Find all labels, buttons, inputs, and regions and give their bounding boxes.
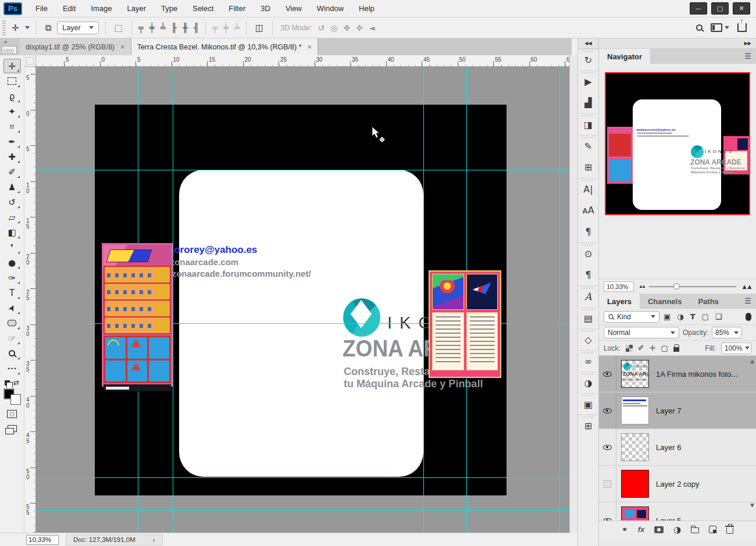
3d-mode-icon-2[interactable]: ✥ [343,23,350,33]
background-color-swatch[interactable] [10,394,21,405]
menu-type[interactable]: Type [154,0,185,17]
minimize-button[interactable]: ─ [690,2,707,15]
collapse-panels-button[interactable]: ▶▶ [599,38,756,49]
panel-icon-swatches[interactable]: ⊙ [578,242,598,264]
menu-view[interactable]: View [278,0,309,17]
zoom-in-icon[interactable]: ▲▲ [741,283,751,291]
align-icon-4[interactable]: ╫ [183,23,188,33]
tab-overflow-control[interactable]: » [0,38,20,55]
share-icon[interactable] [737,23,747,32]
align-icon-3[interactable]: ╟ [172,23,177,33]
search-icon[interactable] [696,24,702,31]
menu-help[interactable]: Help [351,0,382,17]
maximize-button[interactable]: ▢ [711,2,729,15]
show-transform-controls-icon[interactable]: ⬚ [112,23,125,33]
menu-layer[interactable]: Layer [120,0,154,17]
hand-tool[interactable]: ☞ [3,331,21,345]
panel-icon-layer-comps[interactable]: ▣ [578,393,598,415]
layer-visibility-toggle[interactable] [599,392,616,429]
lock-artboard-icon[interactable]: ▢ [661,344,668,352]
panel-icon-actions[interactable]: ▶ [578,70,598,92]
blend-mode-dropdown[interactable]: Normal [604,327,679,338]
lock-all-icon[interactable] [673,347,679,352]
panel-icon-brush-settings[interactable]: ✎ [578,135,598,156]
auto-select-icon[interactable]: ⧉ [43,23,54,33]
path-selection-tool[interactable]: ➤ [3,301,21,315]
guide-horizontal[interactable] [36,477,569,478]
type-tool[interactable]: T [3,286,21,300]
lock-position-icon[interactable]: ✛ [650,344,656,352]
gradient-tool[interactable]: ◧ [3,225,21,240]
swap-colors-icon[interactable]: ⇄ [13,379,19,387]
layer-row[interactable]: Layer 2 copy [599,466,756,502]
document-tab-terra-cresta[interactable]: Terra Cresta Bezel. Mikonos.tif @ 10,3% … [131,38,319,55]
layer-thumbnail[interactable]: IKONOSZONA ARCADEConstruye, Restaura y D… [621,360,649,388]
new-group-icon[interactable] [691,527,699,533]
auto-select-target-dropdown[interactable]: Layer [57,22,98,34]
guide-horizontal[interactable] [36,170,569,170]
tab-layers[interactable]: Layers [599,294,640,309]
adjustment-layer-icon[interactable]: ◑ [673,524,681,535]
eraser-tool[interactable]: ▱ [3,210,21,224]
canvas-panel-divider[interactable] [569,55,577,533]
layer-visibility-toggle[interactable] [599,466,616,502]
options-grip[interactable] [2,20,6,35]
panel-menu-icon[interactable]: ☰ [744,52,751,60]
filter-type-icon-4[interactable]: ❏ [715,312,722,321]
filter-type-icon-3[interactable]: ▢ [702,312,709,321]
guide-horizontal[interactable] [36,511,569,511]
filter-toggle-switch[interactable] [746,313,751,321]
rectangular-marquee-tool[interactable] [3,74,21,88]
clone-stamp-tool[interactable]: ♟ [3,180,21,194]
menu-select[interactable]: Select [185,0,221,17]
slider-thumb[interactable] [673,283,680,290]
3d-mode-icon-0[interactable]: ↺ [318,23,324,33]
panel-icon-channels-grid[interactable]: ⊞ [578,415,598,436]
move-tool[interactable]: ✛ [3,59,21,73]
history-brush-tool[interactable]: ↺ [3,195,21,209]
horizontal-ruler[interactable]: 505101520253035404550556065 [36,55,569,67]
panel-icon-character-styles[interactable]: A [578,286,598,307]
guide-vertical[interactable] [423,67,424,533]
distribute-icon-0[interactable]: ╤ [212,23,217,33]
menu-3d[interactable]: 3D [253,0,278,17]
navigator-zoom-slider[interactable] [649,286,736,287]
edit-toolbar[interactable]: ••• [3,361,21,376]
filter-kind-dropdown[interactable]: Kind [604,311,659,323]
layer-thumbnail[interactable] [621,470,649,498]
right-instruction-card[interactable] [429,270,501,378]
panel-icon-notes[interactable]: ▤ [578,307,598,329]
align-icon-2[interactable]: ╧ [161,23,166,33]
guide-vertical[interactable] [559,67,560,533]
filter-type-icon-1[interactable]: ◑ [677,312,683,321]
panel-icon-adjustments[interactable]: ◑ [578,372,598,393]
status-zoom-field[interactable]: 10,33% [26,535,59,545]
layer-row[interactable]: Layer 6 [599,429,756,466]
document-tab-display1[interactable]: display1.tif @ 25% (RGB/8) × [20,38,131,55]
spot-healing-brush-tool[interactable]: ✚ [3,149,21,164]
workspace-switcher[interactable] [711,23,729,32]
panel-icon-paragraph-styles[interactable]: ¶ [578,264,598,286]
filter-type-icon-0[interactable]: ▣ [664,312,671,321]
shape-tool[interactable] [3,316,21,330]
ruler-origin-box[interactable] [24,55,36,67]
guide-vertical[interactable] [173,67,173,533]
default-colors-icon[interactable] [5,380,10,386]
menu-filter[interactable]: Filter [221,0,253,17]
panel-icon-glyphs[interactable]: ᴀA [578,199,598,221]
menu-file[interactable]: File [28,0,55,17]
layer-thumbnail[interactable] [621,506,649,520]
3d-mode-icon-4[interactable]: ◄ [369,23,375,33]
panel-icon-3d[interactable]: ◇ [578,329,598,350]
layer-visibility-toggle[interactable] [599,429,616,465]
brush-tool[interactable]: ✐ [3,165,21,179]
panel-icon-histogram[interactable]: ▟ [578,92,598,113]
tool-preset-chevron-icon[interactable] [25,26,30,29]
layer-visibility-toggle[interactable] [599,502,616,520]
layer-style-icon[interactable]: fx [638,525,645,534]
panel-icon-history[interactable]: ↻ [578,49,598,70]
layer-row[interactable]: Layer 7 [599,392,756,429]
navigator-proxy-preview[interactable]: midasororey@yahoo.es IKONOS ZONA ARCADE … [605,72,750,215]
pen-tool[interactable]: ✑ [3,270,21,285]
eyedropper-tool[interactable]: ✒ [3,134,21,149]
